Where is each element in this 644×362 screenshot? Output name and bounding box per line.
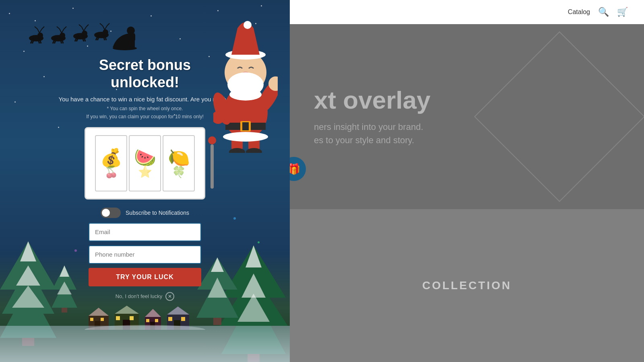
slot-symbol-3: 🍋 xyxy=(168,149,190,167)
slot-machine: 💰 🍒 🍉 ⭐ 🍋 🍀 xyxy=(85,127,205,200)
phone-field[interactable] xyxy=(89,245,201,264)
hero-area: xt overlay ners insight into your brand.… xyxy=(290,24,644,209)
popup-title: Secret bonus unlocked! xyxy=(99,56,191,91)
slot-reels: 💰 🍒 🍉 ⭐ 🍋 🍀 xyxy=(91,131,199,195)
toggle-row: Subscribe to Notifications xyxy=(101,208,189,218)
slot-reel-1: 💰 🍒 xyxy=(95,135,127,191)
hero-subtitle: ners insight into your brand. es to your… xyxy=(314,120,423,147)
svg-point-110 xyxy=(246,75,260,82)
svg-point-109 xyxy=(231,75,246,82)
search-icon[interactable]: 🔍 xyxy=(598,7,609,17)
santa-character xyxy=(213,16,278,153)
svg-point-98 xyxy=(229,148,245,153)
hero-title: xt overlay xyxy=(314,86,431,114)
toggle-label: Subscribe to Notifications xyxy=(126,210,189,216)
popup-note: * You can spin the wheel only once. If y… xyxy=(86,105,203,120)
no-thanks-label: No, I don't feel lucky xyxy=(116,293,163,299)
slot-reel-3: 🍋 🍀 xyxy=(163,135,195,191)
popup-subtitle: You have a chance to win a nice big fat … xyxy=(59,96,231,103)
svg-point-106 xyxy=(244,21,252,29)
collection-area: COLLECTION xyxy=(290,209,644,362)
cart-icon[interactable]: 🛒 xyxy=(617,7,628,17)
slot-symbol-2: 🍉 xyxy=(134,149,156,167)
svg-rect-95 xyxy=(242,122,249,130)
slot-symbol-1: 💰 xyxy=(100,149,122,167)
slot-symbol-3-top: 🍀 xyxy=(172,167,186,178)
toggle-knob xyxy=(102,209,110,217)
slot-symbol-2-top: ⭐ xyxy=(138,167,152,178)
try-luck-button[interactable]: TRY YOUR LUCK xyxy=(89,268,201,286)
nav-right: Catalog 🔍 🛒 xyxy=(568,7,628,17)
svg-point-111 xyxy=(229,88,262,101)
svg-point-100 xyxy=(223,132,268,142)
svg-point-99 xyxy=(246,148,262,153)
collection-title: COLLECTION xyxy=(422,279,512,292)
slot-symbol-1-top: 🍒 xyxy=(104,167,118,178)
toggle-switch[interactable] xyxy=(101,208,121,218)
email-field[interactable] xyxy=(89,223,201,241)
slot-reel-2: 🍉 ⭐ xyxy=(129,135,161,191)
close-icon[interactable]: ✕ xyxy=(165,292,174,301)
popup-overlay: Secret bonus unlocked! You have a chance… xyxy=(0,0,290,362)
nav-catalog-link[interactable]: Catalog xyxy=(568,8,590,16)
no-thanks-link[interactable]: No, I don't feel lucky ✕ xyxy=(116,292,175,301)
bg-decoration xyxy=(474,31,644,202)
